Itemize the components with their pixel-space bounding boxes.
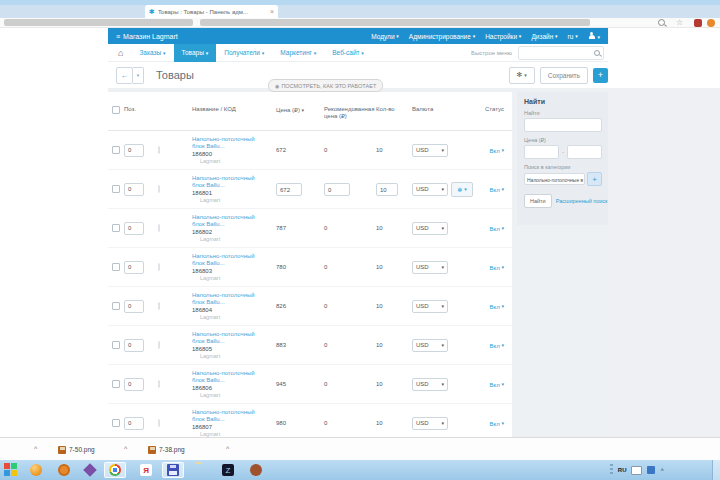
price-value[interactable]: 672 xyxy=(276,183,302,196)
product-link[interactable]: блок Ballu... xyxy=(192,182,276,189)
chevron-up-icon[interactable]: ^ xyxy=(34,445,37,453)
col-position[interactable]: Поз. xyxy=(124,106,158,112)
row-settings-gear-button[interactable]: ✻▾ xyxy=(451,182,473,197)
taskbar-active-app-button[interactable] xyxy=(162,462,184,478)
product-thumbnail[interactable] xyxy=(158,185,160,193)
recommended-price-value[interactable]: 0 xyxy=(324,225,327,231)
product-link[interactable]: Напольно-потолочный xyxy=(192,136,276,143)
taskbar-app-orange-icon[interactable] xyxy=(30,464,42,476)
add-product-button[interactable]: + xyxy=(593,68,608,83)
advanced-search-link[interactable]: Расширенный поиск xyxy=(556,198,608,204)
position-input[interactable]: 0 xyxy=(124,339,144,352)
quantity-value[interactable]: 10 xyxy=(376,264,383,270)
recommended-price-value[interactable]: 0 xyxy=(324,303,327,309)
price-value[interactable]: 787 xyxy=(276,225,286,231)
category-select[interactable]: Напольно-потолочные в xyxy=(524,173,585,185)
position-input[interactable]: 0 xyxy=(124,222,144,235)
product-link[interactable]: Напольно-потолочный xyxy=(192,331,276,338)
menu-settings[interactable]: Настройки ▾ xyxy=(485,33,521,40)
recommended-price-value[interactable]: 0 xyxy=(324,342,327,348)
row-checkbox[interactable] xyxy=(112,302,120,310)
currency-select[interactable]: USD▾ xyxy=(412,417,448,430)
position-input[interactable]: 0 xyxy=(124,261,144,274)
add-category-button[interactable]: + xyxy=(587,172,602,186)
status-toggle[interactable]: Вкл ▾ xyxy=(490,343,504,349)
product-link[interactable]: блок Ballu... xyxy=(192,143,276,150)
keyboard-icon[interactable] xyxy=(631,466,642,475)
address-field[interactable] xyxy=(4,19,193,26)
settings-gear-button[interactable]: ✻▾ xyxy=(509,67,535,84)
col-quantity[interactable]: Кол-во xyxy=(376,106,412,112)
taskbar-photoshop-icon[interactable]: Z xyxy=(222,464,234,476)
quantity-value[interactable]: 10 xyxy=(376,303,383,309)
home-icon[interactable]: ⌂ xyxy=(118,48,123,58)
product-link[interactable]: Напольно-потолочный xyxy=(192,409,276,416)
show-desktop-button[interactable] xyxy=(712,460,720,480)
position-input[interactable]: 0 xyxy=(124,417,144,430)
nav-customers[interactable]: Получатели ▾ xyxy=(216,44,272,62)
status-toggle[interactable]: Вкл ▾ xyxy=(490,421,504,427)
nav-orders[interactable]: Заказы ▾ xyxy=(131,44,173,62)
quantity-value[interactable]: 10 xyxy=(376,420,383,426)
price-value[interactable]: 945 xyxy=(276,381,286,387)
chevron-up-icon[interactable]: ^ xyxy=(124,445,127,453)
save-button[interactable]: Сохранить xyxy=(540,67,588,84)
col-recommended-price[interactable]: Рекомендованная цена (₽) xyxy=(324,106,376,119)
col-status[interactable]: Статус xyxy=(478,106,512,112)
menu-modules[interactable]: Модули ▾ xyxy=(371,33,399,40)
find-input[interactable] xyxy=(524,118,602,132)
product-thumbnail[interactable] xyxy=(158,263,160,271)
menu-administration[interactable]: Администрирование ▾ xyxy=(409,33,475,40)
currency-select[interactable]: USD▾ xyxy=(412,144,448,157)
extension-red-icon[interactable] xyxy=(694,19,702,27)
start-button[interactable] xyxy=(4,463,17,476)
product-thumbnail[interactable] xyxy=(158,380,160,388)
product-link[interactable]: блок Ballu... xyxy=(192,299,276,306)
status-toggle[interactable]: Вкл ▾ xyxy=(490,148,504,154)
back-button[interactable]: ← xyxy=(116,67,133,84)
browser-tab[interactable]: ✱ Товары : Товары - Панель адм... × xyxy=(145,5,278,18)
quantity-value[interactable]: 10 xyxy=(376,225,383,231)
recommended-price-value[interactable]: 0 xyxy=(324,183,350,196)
user-menu[interactable]: ▾ xyxy=(588,32,600,41)
row-checkbox[interactable] xyxy=(112,185,120,193)
price-min-input[interactable] xyxy=(524,145,559,159)
extension-orange-icon[interactable] xyxy=(707,19,715,27)
taskbar-purple-app-icon[interactable] xyxy=(83,463,97,477)
tab-close-icon[interactable]: × xyxy=(270,8,274,15)
taskbar-chrome-button[interactable] xyxy=(104,462,126,478)
address-field-secondary[interactable] xyxy=(200,19,590,26)
download-item[interactable]: 7-50.png xyxy=(58,443,95,456)
position-input[interactable]: 0 xyxy=(124,378,144,391)
back-dropdown-button[interactable]: ▾ xyxy=(133,67,144,84)
product-link[interactable]: блок Ballu... xyxy=(192,416,276,423)
taskbar-yandex-icon[interactable]: Я xyxy=(140,464,152,476)
product-link[interactable]: Напольно-потолочный xyxy=(192,370,276,377)
quantity-value[interactable]: 10 xyxy=(376,381,383,387)
product-thumbnail[interactable] xyxy=(158,146,160,154)
product-link[interactable]: Напольно-потолочный xyxy=(192,253,276,260)
currency-select[interactable]: USD▾ xyxy=(412,183,448,196)
price-value[interactable]: 826 xyxy=(276,303,286,309)
position-input[interactable]: 0 xyxy=(124,183,144,196)
status-toggle[interactable]: Вкл ▾ xyxy=(490,265,504,271)
row-checkbox[interactable] xyxy=(112,263,120,271)
taskbar-brown-app-icon[interactable] xyxy=(250,464,262,476)
chevron-up-icon[interactable]: ˄ xyxy=(660,467,664,473)
price-max-input[interactable] xyxy=(567,145,602,159)
product-link[interactable]: Напольно-потолочный xyxy=(192,214,276,221)
tray-shield-icon[interactable] xyxy=(647,466,655,474)
product-link[interactable]: Напольно-потолочный xyxy=(192,292,276,299)
price-value[interactable]: 980 xyxy=(276,420,286,426)
quantity-value[interactable]: 10 xyxy=(376,342,383,348)
quantity-value[interactable]: 10 xyxy=(376,147,383,153)
row-checkbox[interactable] xyxy=(112,341,120,349)
store-brand[interactable]: ≡Магазин Lagmart xyxy=(116,33,178,40)
recommended-price-value[interactable]: 0 xyxy=(324,264,327,270)
currency-select[interactable]: USD▾ xyxy=(412,261,448,274)
nav-products[interactable]: Товары ▾ xyxy=(174,44,217,62)
recommended-price-value[interactable]: 0 xyxy=(324,147,327,153)
row-checkbox[interactable] xyxy=(112,380,120,388)
col-price[interactable]: Цена (₽) ▾ xyxy=(276,106,324,113)
find-button[interactable]: Найти xyxy=(524,194,552,208)
